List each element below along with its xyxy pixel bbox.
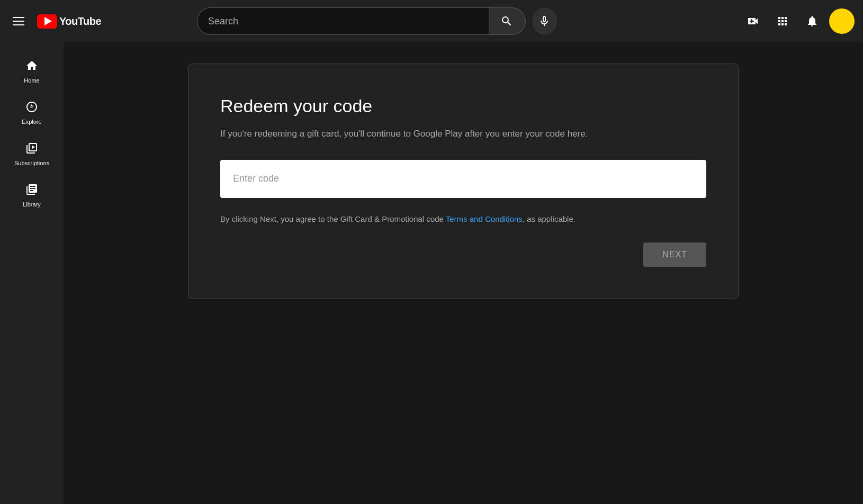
menu-button[interactable] xyxy=(8,13,29,30)
next-button[interactable]: NEXT xyxy=(643,242,706,267)
sidebar-item-home[interactable]: Home xyxy=(0,51,64,92)
sidebar: Home Explore Subscriptions Library xyxy=(0,42,64,504)
redeem-card: Redeem your code If you're redeeming a g… xyxy=(188,64,739,299)
mic-button[interactable] xyxy=(532,7,557,35)
search-area xyxy=(197,7,557,35)
header: YouTube xyxy=(0,0,863,42)
youtube-logo-text: YouTube xyxy=(59,15,101,28)
main-content: Redeem your code If you're redeeming a g… xyxy=(64,42,863,504)
sidebar-explore-label: Explore xyxy=(22,119,41,125)
bell-icon xyxy=(806,15,819,28)
avatar-button[interactable] xyxy=(829,8,855,34)
search-button[interactable] xyxy=(489,7,526,35)
create-button[interactable] xyxy=(740,8,766,34)
sidebar-item-library[interactable]: Library xyxy=(0,175,64,216)
library-icon xyxy=(25,183,38,198)
create-icon xyxy=(747,15,759,28)
header-left: YouTube xyxy=(8,13,101,30)
sidebar-home-label: Home xyxy=(24,77,39,84)
header-right xyxy=(740,8,855,34)
search-input[interactable] xyxy=(197,7,489,35)
terms-before-text: By clicking Next, you agree to the Gift … xyxy=(220,214,446,223)
sidebar-library-label: Library xyxy=(23,201,41,208)
sidebar-item-subscriptions[interactable]: Subscriptions xyxy=(0,133,64,175)
youtube-logo-icon xyxy=(37,14,57,29)
redeem-description: If you're redeeming a gift card, you'll … xyxy=(220,127,654,141)
next-btn-row: NEXT xyxy=(220,242,706,267)
apps-button[interactable] xyxy=(770,8,795,34)
subscriptions-icon xyxy=(25,142,38,157)
terms-link[interactable]: Terms and Conditions xyxy=(446,214,523,223)
redeem-title: Redeem your code xyxy=(220,96,706,116)
explore-icon xyxy=(25,101,38,115)
notifications-button[interactable] xyxy=(799,8,825,34)
terms-after-text: , as applicable. xyxy=(523,214,576,223)
sidebar-subscriptions-label: Subscriptions xyxy=(14,160,49,166)
apps-icon xyxy=(776,15,789,28)
home-icon xyxy=(25,59,38,74)
sidebar-item-explore[interactable]: Explore xyxy=(0,92,64,133)
youtube-logo[interactable]: YouTube xyxy=(37,14,101,29)
search-icon xyxy=(500,15,513,28)
mic-icon xyxy=(538,15,551,28)
code-input[interactable] xyxy=(220,160,706,198)
terms-text: By clicking Next, you agree to the Gift … xyxy=(220,213,706,226)
search-form xyxy=(197,7,526,35)
